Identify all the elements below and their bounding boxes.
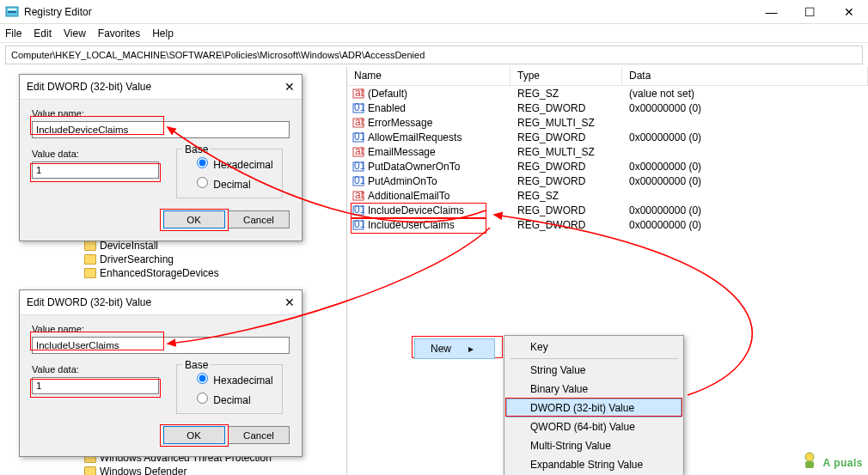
radio-dec[interactable]: Decimal <box>193 390 275 406</box>
row-name: (Default) <box>368 88 407 100</box>
menu-item-string[interactable]: String Value <box>506 361 682 380</box>
list-row[interactable]: 011PutDataOwnerOnToREG_DWORD0x00000000 (… <box>347 159 868 174</box>
ok-button[interactable]: OK <box>163 210 225 228</box>
menu-item-dword[interactable]: DWORD (32-bit) Value <box>506 399 682 417</box>
address-bar[interactable]: Computer\HKEY_LOCAL_MACHINE\SOFTWARE\Pol… <box>5 46 863 64</box>
string-icon: ab <box>352 88 364 100</box>
list-row[interactable]: abErrorMessageREG_MULTI_SZ <box>347 115 868 130</box>
col-data-header[interactable]: Data <box>622 67 868 85</box>
value-name-label: Value name: <box>32 108 290 119</box>
row-type: REG_MULTI_SZ <box>510 117 622 129</box>
value-data-input[interactable] <box>32 377 159 394</box>
menu-edit[interactable]: Edit <box>34 27 52 40</box>
row-name: PutDataOwnerOnTo <box>368 161 460 173</box>
radio-dec[interactable]: Decimal <box>193 174 275 191</box>
col-type-header[interactable]: Type <box>510 67 622 85</box>
value-name-input[interactable] <box>32 121 290 138</box>
menu-item-multistring[interactable]: Multi-String Value <box>506 436 682 455</box>
ok-button[interactable]: OK <box>163 426 225 444</box>
context-submenu: Key String Value Binary Value DWORD (32-… <box>504 335 684 475</box>
svg-text:011: 011 <box>354 102 364 113</box>
col-name-header[interactable]: Name <box>347 67 510 85</box>
menu-file[interactable]: File <box>5 27 21 40</box>
cancel-button[interactable]: Cancel <box>228 426 290 444</box>
app-icon <box>5 5 19 19</box>
svg-text:ab: ab <box>355 117 364 128</box>
row-name: ErrorMessage <box>368 117 432 129</box>
tree-item[interactable]: DriverSearching <box>84 253 219 266</box>
chevron-right-icon: ▸ <box>468 343 474 355</box>
svg-text:011: 011 <box>354 161 364 172</box>
binary-icon: 011 <box>352 161 364 173</box>
base-label: Base <box>182 143 211 155</box>
value-data-input[interactable] <box>32 161 159 179</box>
svg-text:ab: ab <box>355 88 364 99</box>
tree-item[interactable]: Windows Defender <box>84 465 272 475</box>
menu-view[interactable]: View <box>64 27 86 40</box>
svg-point-23 <box>805 453 814 461</box>
list-row[interactable]: 011IncludeUserClaimsREG_DWORD0x00000000 … <box>347 217 868 232</box>
menu-item-key[interactable]: Key <box>506 338 682 356</box>
svg-text:ab: ab <box>355 146 364 157</box>
list-pane[interactable]: Name Type Data ab(Default)REG_SZ(value n… <box>347 67 868 475</box>
string-icon: ab <box>352 190 364 202</box>
list-row[interactable]: abEmailMessageREG_MULTI_SZ <box>347 144 868 159</box>
string-icon: ab <box>352 146 364 158</box>
menu-bar: File Edit View Favorites Help <box>0 24 868 43</box>
row-name: IncludeDeviceClaims <box>368 204 464 216</box>
dialog-title: Edit DWORD (32-bit) Value <box>27 81 151 93</box>
close-icon[interactable]: ✕ <box>284 295 295 309</box>
svg-rect-2 <box>8 11 16 13</box>
menu-item-binary[interactable]: Binary Value <box>506 380 682 399</box>
row-type: REG_MULTI_SZ <box>510 146 622 158</box>
row-type: REG_DWORD <box>510 131 622 143</box>
close-button[interactable]: ✕ <box>829 0 868 23</box>
row-type: REG_SZ <box>510 190 622 202</box>
menu-item-qword[interactable]: QWORD (64-bit) Value <box>506 417 682 436</box>
edit-dword-dialog-1: Edit DWORD (32-bit) Value ✕ Value name: … <box>19 74 303 241</box>
svg-text:011: 011 <box>354 131 364 143</box>
minimize-button[interactable]: — <box>752 0 791 23</box>
row-data: 0x00000000 (0) <box>622 102 868 114</box>
maximize-button[interactable]: ☐ <box>791 0 829 23</box>
window-title: Registry Editor <box>24 6 752 18</box>
row-name: AllowEmailRequests <box>368 131 462 143</box>
list-row[interactable]: abAdditionalEmailToREG_SZ <box>347 188 868 203</box>
list-row[interactable]: 011EnabledREG_DWORD0x00000000 (0) <box>347 100 868 115</box>
binary-icon: 011 <box>352 102 364 114</box>
radio-hex[interactable]: Hexadecimal <box>193 370 275 387</box>
list-header: Name Type Data <box>347 67 868 86</box>
menu-help[interactable]: Help <box>152 27 174 40</box>
radio-hex[interactable]: Hexadecimal <box>193 155 275 171</box>
row-name: EmailMessage <box>368 146 436 158</box>
edit-dword-dialog-2: Edit DWORD (32-bit) Value ✕ Value name: … <box>19 289 303 457</box>
tree-item[interactable]: EnhancedStorageDevices <box>84 266 219 280</box>
menu-item-expandable[interactable]: Expandable String Value <box>506 455 682 474</box>
value-name-input[interactable] <box>32 337 290 354</box>
row-data: 0x00000000 (0) <box>622 161 868 173</box>
svg-text:011: 011 <box>354 219 364 230</box>
binary-icon: 011 <box>352 131 364 143</box>
svg-text:011: 011 <box>354 175 364 186</box>
folder-icon <box>84 241 96 251</box>
value-data-label: Value data: <box>32 364 159 375</box>
svg-rect-24 <box>805 461 814 468</box>
cancel-button[interactable]: Cancel <box>228 210 290 228</box>
list-row[interactable]: ab(Default)REG_SZ(value not set) <box>347 86 868 100</box>
string-icon: ab <box>352 117 364 129</box>
row-data: 0x00000000 (0) <box>622 175 868 187</box>
list-row[interactable]: 011AllowEmailRequestsREG_DWORD0x00000000… <box>347 130 868 144</box>
binary-icon: 011 <box>352 219 364 231</box>
menu-separator <box>510 358 678 359</box>
svg-text:011: 011 <box>354 204 364 216</box>
title-bar: Registry Editor — ☐ ✕ <box>0 0 868 24</box>
list-row[interactable]: 011IncludeDeviceClaimsREG_DWORD0x0000000… <box>347 203 868 217</box>
context-new-label: New <box>431 343 451 355</box>
context-new[interactable]: New ▸ <box>414 338 495 359</box>
value-name-label: Value name: <box>32 324 290 334</box>
binary-icon: 011 <box>352 204 364 216</box>
list-row[interactable]: 011PutAdminOnToREG_DWORD0x00000000 (0) <box>347 174 868 188</box>
menu-favorites[interactable]: Favorites <box>98 27 140 40</box>
row-name: AdditionalEmailTo <box>368 190 449 202</box>
close-icon[interactable]: ✕ <box>284 80 295 94</box>
